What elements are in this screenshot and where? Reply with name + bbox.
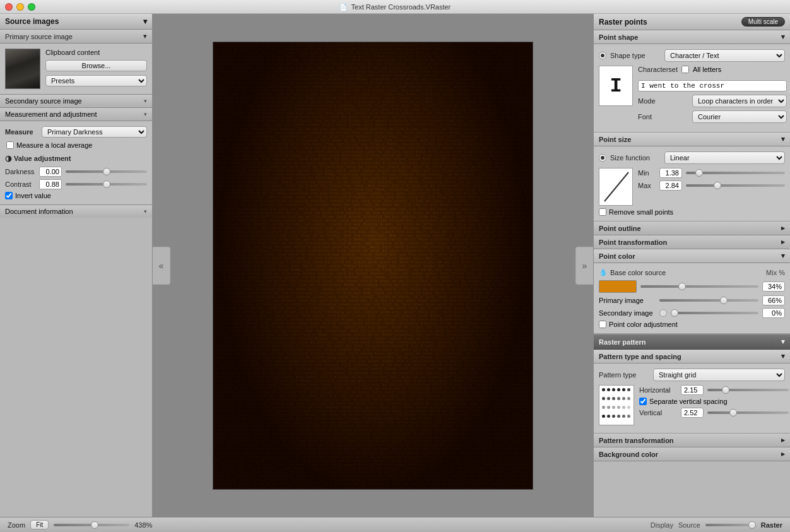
primary-source-content: Clipboard content Browse... Presets <box>0 44 152 95</box>
darkness-slider[interactable] <box>66 170 147 173</box>
max-slider[interactable] <box>686 184 785 187</box>
darkness-label: Darkness <box>5 168 35 175</box>
font-label: Font <box>638 113 688 121</box>
horizontal-label: Horizontal <box>639 386 677 394</box>
linear-preview <box>599 168 633 206</box>
measure-select[interactable]: Primary Darkness <box>42 126 147 138</box>
point-size-section-header[interactable]: Point size ▾ <box>594 133 790 146</box>
base-color-pct[interactable] <box>762 281 785 292</box>
char-preview: I <box>599 66 633 106</box>
min-slider[interactable] <box>686 172 785 174</box>
window-title: 📄 Text Raster Crossroads.VRaster <box>339 3 451 11</box>
size-function-row: Size function Linear <box>599 151 785 164</box>
measure-avg-checkbox[interactable] <box>6 141 14 149</box>
font-select[interactable]: Courier <box>692 110 787 123</box>
shape-type-radio[interactable] <box>599 52 606 59</box>
pattern-type-row: Pattern type Straight grid <box>599 369 785 381</box>
bg-color-section-header[interactable]: Background color ▸ <box>594 447 790 461</box>
invert-row: Invert value <box>5 192 147 199</box>
close-button[interactable] <box>5 3 13 11</box>
separate-vert-checkbox[interactable] <box>639 398 647 405</box>
contrast-slider[interactable] <box>66 183 147 186</box>
presets-select[interactable]: Presets <box>45 75 147 86</box>
mode-label: Mode <box>638 97 688 105</box>
pattern-transform-arrow: ▸ <box>781 436 785 444</box>
darkness-value[interactable]: 0.00 <box>39 167 62 177</box>
contrast-value[interactable]: 0.88 <box>39 179 62 189</box>
secondary-image-row: Secondary image <box>599 308 785 318</box>
bg-color-arrow: ▸ <box>781 450 785 458</box>
zoom-percentage: 438% <box>134 521 152 529</box>
point-color-section-header[interactable]: Point color ▾ <box>594 249 790 263</box>
linear-graph <box>603 171 630 203</box>
mode-select[interactable]: Loop characters in order <box>692 95 787 107</box>
horizontal-slider[interactable] <box>707 389 789 391</box>
secondary-image-pct[interactable] <box>762 308 785 318</box>
pattern-type-section-header[interactable]: Pattern type and spacing ▾ <box>594 350 790 364</box>
doc-info-header[interactable]: Document information ▾ <box>0 205 152 218</box>
zoom-fit-button[interactable]: Fit <box>30 520 49 529</box>
display-slider[interactable] <box>705 524 756 526</box>
bg-color-label: Background color <box>599 451 658 458</box>
separate-vert-label: Separate vertical spacing <box>649 398 728 405</box>
multi-scale-button[interactable]: Multi scale <box>741 17 785 27</box>
primary-image-slider[interactable] <box>659 299 758 302</box>
size-function-radio[interactable] <box>599 154 606 162</box>
zoom-slider[interactable] <box>54 524 129 526</box>
source-label: Source <box>678 521 700 529</box>
nav-right-button[interactable]: » <box>575 247 593 285</box>
point-shape-section-header[interactable]: Point shape ▾ <box>594 30 790 44</box>
point-color-label: Point color <box>599 252 635 260</box>
pattern-transform-section-header[interactable]: Pattern transformation ▸ <box>594 434 790 447</box>
all-letters-label: All letters <box>693 66 721 73</box>
measurement-label: Measurement and adjustment <box>5 110 97 118</box>
char-right-controls: Characterset All letters Mode Loop chara… <box>638 66 787 123</box>
browse-button[interactable]: Browse... <box>45 60 147 71</box>
secondary-source-header[interactable]: Secondary source image ▾ <box>0 95 152 108</box>
title-bar: 📄 Text Raster Crossroads.VRaster <box>0 0 790 14</box>
invert-checkbox[interactable] <box>5 192 13 199</box>
max-input[interactable] <box>659 180 682 191</box>
point-transform-section-header[interactable]: Point transformation ▸ <box>594 235 790 249</box>
minimize-button[interactable] <box>16 3 24 11</box>
raster-points-header: Raster points Multi scale <box>594 14 790 30</box>
svg-line-0 <box>604 172 628 201</box>
charset-input[interactable] <box>638 80 787 92</box>
horizontal-input[interactable] <box>681 385 704 395</box>
vertical-input[interactable] <box>681 408 704 418</box>
pattern-transform-label: Pattern transformation <box>599 437 674 444</box>
maximize-button[interactable] <box>28 3 35 11</box>
vertical-slider[interactable] <box>707 411 789 414</box>
point-outline-section-header[interactable]: Point outline ▸ <box>594 222 790 235</box>
size-function-select[interactable]: Linear <box>664 151 785 164</box>
remove-small-checkbox[interactable] <box>599 208 606 216</box>
all-letters-checkbox[interactable] <box>681 66 689 73</box>
min-input[interactable] <box>659 168 682 178</box>
shape-type-select[interactable]: Character / Text <box>664 49 785 62</box>
canvas-image: the crossroad save, Bob knees Ask I'm do… <box>213 42 533 490</box>
source-images-section-header[interactable]: Source images ▾ <box>0 14 152 30</box>
display-label: Display <box>651 521 673 529</box>
remove-small-label: Remove small points <box>609 208 673 216</box>
measure-row: Measure Primary Darkness <box>5 126 147 138</box>
pattern-type-spacing-label: Pattern type and spacing <box>599 353 681 360</box>
horizontal-row: Horizontal <box>639 385 789 395</box>
secondary-image-label: Secondary image <box>599 309 656 317</box>
value-adj-header: ◑ Value adjustment <box>5 154 147 163</box>
nav-left-button[interactable]: « <box>153 247 170 285</box>
raster-label: Raster <box>761 521 782 529</box>
primary-image-pct[interactable] <box>762 295 785 305</box>
secondary-image-slider[interactable] <box>671 312 758 314</box>
primary-source-header[interactable]: Primary source image ▾ <box>0 30 152 44</box>
point-outline-label: Point outline <box>599 225 641 232</box>
base-color-swatch[interactable] <box>599 280 637 293</box>
pattern-type-select[interactable]: Straight grid <box>653 369 785 381</box>
main-layout: Source images ▾ Primary source image ▾ C… <box>0 14 790 517</box>
measurement-header[interactable]: Measurement and adjustment ▾ <box>0 108 152 121</box>
max-row: Max <box>638 180 785 191</box>
point-color-adj-checkbox[interactable] <box>599 321 606 328</box>
window-controls[interactable] <box>5 3 35 11</box>
base-color-slider[interactable] <box>640 285 758 288</box>
char-preview-area: I Characterset All letters Mode Loop cha <box>599 66 785 123</box>
measure-avg-row: Measure a local average <box>5 141 147 149</box>
